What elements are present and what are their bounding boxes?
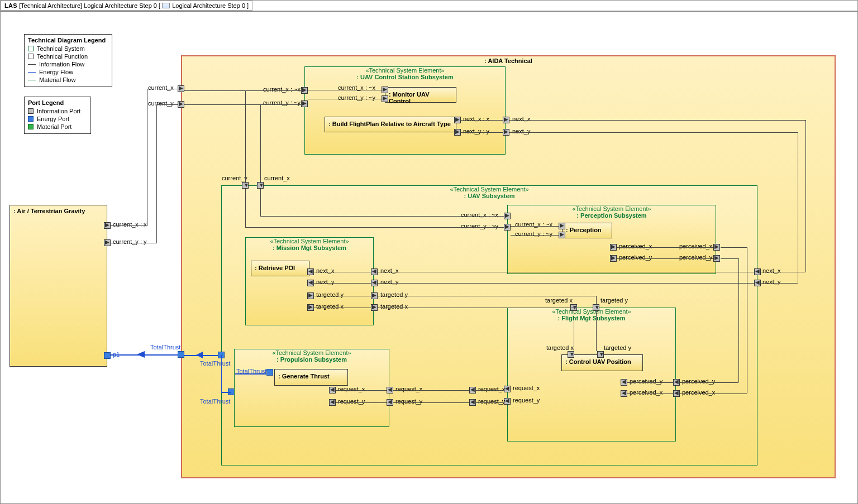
port-mission-out-nx[interactable] (371, 268, 378, 275)
block-monitor-uav-control[interactable]: : Monitor UAV Control (385, 87, 456, 103)
port-label: targeted x (546, 344, 574, 351)
legend-item: Energy Flow (39, 69, 73, 75)
port-flight-out-px[interactable] (673, 390, 680, 397)
block-title: : Monitor UAV Control (385, 88, 456, 108)
port-monitor-cy[interactable] (382, 95, 388, 102)
port-label: current_x : ~x (263, 86, 301, 93)
port-label: next_x (512, 116, 530, 122)
port-gen-ry[interactable] (329, 399, 336, 406)
port-percep-py[interactable] (610, 255, 617, 262)
port-control-py[interactable] (621, 379, 627, 386)
port-label: perceived_y (679, 254, 712, 261)
port-build-nx[interactable] (454, 117, 461, 123)
port-label: TotalThrust (200, 398, 230, 405)
block-build-flightplan[interactable]: : Build FlightPlan Relative to Aircraft … (325, 117, 456, 132)
port-prop-out-ry[interactable] (387, 399, 393, 406)
port-aida-totalthrust[interactable] (178, 351, 184, 358)
port-prop-tt[interactable] (266, 369, 273, 376)
port-build-ny[interactable] (454, 129, 461, 136)
port-ucs-in-cy[interactable] (301, 100, 308, 107)
block-title: : UAV Subsystem (222, 193, 757, 199)
port-mid-ry[interactable] (469, 399, 476, 406)
port-label: targeted y (316, 291, 344, 298)
port-retrieve-nx[interactable] (307, 268, 314, 275)
block-title: : Retrieve POI (251, 261, 309, 275)
port-ucs-out-nx[interactable] (503, 117, 509, 123)
stereotype: «Technical System Element» (305, 67, 505, 74)
port-label: request_y (395, 398, 422, 405)
port-label: perceived_y (619, 254, 652, 261)
port-gravity-p1[interactable] (104, 352, 111, 359)
port-gravity-current-y[interactable] (104, 239, 111, 246)
port-label: targeted y (380, 291, 408, 298)
port-label: next_x (316, 267, 334, 274)
port-label: targeted y (604, 344, 631, 351)
port-retrieve-tx[interactable] (307, 304, 314, 311)
port-control-ty[interactable] (597, 351, 604, 358)
stereotype: «Technical System Element» (246, 238, 373, 244)
port-ucs-in-cx[interactable] (301, 87, 308, 94)
block-title: : Perception (563, 223, 612, 237)
legend-item: Energy Port (37, 116, 69, 122)
port-uav-right-nx[interactable] (754, 268, 761, 275)
port-percep-inner-cy[interactable] (559, 232, 565, 238)
port-aida-in-cx[interactable] (178, 85, 184, 92)
svg-marker-1 (196, 352, 203, 358)
port-uav-right-ny[interactable] (754, 280, 761, 286)
block-propulsion[interactable]: «Technical System Element» : Propulsion … (234, 349, 389, 427)
block-perception-inner[interactable]: : Perception (562, 223, 612, 238)
port-percep-out-py[interactable] (713, 255, 720, 262)
block-flight[interactable]: «Technical System Element» : Flight Mgt … (507, 308, 676, 441)
port-label: current_x : x (113, 221, 147, 228)
port-mission-out-ty[interactable] (371, 292, 378, 299)
port-label: next_x (380, 267, 398, 274)
port-control-tx[interactable] (568, 351, 574, 358)
block-ucs[interactable]: «Technical System Element» : UAV Control… (304, 66, 506, 155)
port-percep-out-px[interactable] (713, 244, 720, 251)
port-aida-in-cy[interactable] (178, 101, 184, 108)
port-retrieve-ny[interactable] (307, 280, 314, 286)
block-perception[interactable]: «Technical System Element» : Perception … (507, 205, 716, 274)
port-label: current_x : ~x (461, 212, 498, 218)
stereotype: «Technical System Element» (508, 205, 716, 212)
port-label: next_y (762, 279, 780, 285)
port-mid-rx[interactable] (469, 387, 476, 393)
port-gen-rx[interactable] (329, 387, 336, 393)
block-title: : UAV Control Station Subsystem (305, 74, 505, 80)
port-percep-in-cy[interactable] (504, 224, 511, 231)
port-prop-out-rx[interactable] (387, 387, 393, 393)
port-retrieve-ty[interactable] (307, 292, 314, 299)
port-label: current_x : ~x (515, 221, 552, 228)
port-label: next_y (316, 279, 334, 285)
port-percep-px[interactable] (610, 244, 617, 251)
port-label: perceived_y (682, 378, 715, 385)
block-retrieve-poi[interactable]: : Retrieve POI (251, 261, 309, 276)
diagram-icon (162, 3, 170, 8)
block-generate-thrust[interactable]: : Generate Thrust (274, 369, 348, 386)
port-percep-inner-cx[interactable] (559, 223, 565, 229)
port-flight-out-py[interactable] (673, 379, 680, 386)
port-label: current_y (148, 100, 174, 107)
block-title: : Flight Mgt Subsystem (508, 315, 675, 321)
legend-technical-title: Technical Diagram Legend (28, 37, 108, 44)
svg-marker-0 (137, 351, 145, 358)
port-control-px[interactable] (621, 390, 627, 397)
port-mission-out-ny[interactable] (371, 280, 378, 286)
legend-item: Technical System (37, 45, 85, 52)
block-title: : Mission Mgt Subsystem (246, 244, 373, 251)
port-gravity-current-x[interactable] (104, 222, 111, 229)
port-percep-in-cx[interactable] (504, 213, 511, 219)
port-mission-out-tx[interactable] (371, 304, 378, 311)
port-label: perceived_x (619, 243, 652, 249)
tab-diagram[interactable]: LAS [Technical Architecture] Logical Arc… (1, 1, 252, 11)
port-label: current_x (264, 175, 290, 181)
port-label: request_y (513, 397, 540, 404)
port-label: next_x : x (463, 116, 489, 122)
tab-bar: LAS [Technical Architecture] Logical Arc… (0, 0, 858, 11)
legend-item: Material Port (37, 123, 72, 130)
block-gravity[interactable]: : Air / Terrestrian Gravity (9, 205, 107, 367)
port-monitor-cx[interactable] (382, 87, 388, 93)
port-label: request_x (338, 386, 365, 392)
port-ucs-out-ny[interactable] (503, 129, 509, 136)
diagram-canvas[interactable]: Technical Diagram Legend Technical Syste… (0, 11, 858, 504)
